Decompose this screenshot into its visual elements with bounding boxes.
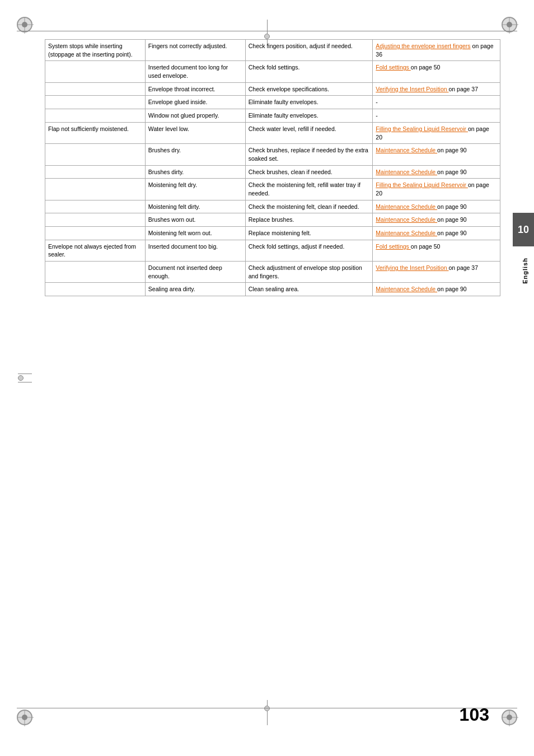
col1-symptom [45,165,146,179]
table-row: Envelope not always ejected from sealer.… [45,240,500,261]
page-border-top [17,31,517,31]
table-row: Moistening felt worn out.Replace moisten… [45,227,500,240]
main-content: System stops while inserting (stoppage a… [45,39,500,700]
col3-action: Replace brushes. [245,213,373,227]
col2-cause: Inserted document too long for used enve… [145,61,245,82]
col2-cause: Brushes dry. [145,144,245,165]
col3-action: Check the moistening felt, refill water … [245,179,373,200]
reference-link[interactable]: Maintenance Schedule [376,147,437,153]
col1-symptom [45,213,146,227]
reference-page: on page 90 [437,147,467,153]
reference-link[interactable]: Verifying the Insert Position [376,264,448,271]
col3-action: Check fold settings. [245,61,373,82]
reference-page: on page 90 [437,203,467,210]
col2-cause: Moistening felt worn out. [145,227,245,240]
col1-symptom [45,144,146,165]
col4-reference[interactable]: Maintenance Schedule on page 90 [373,227,500,240]
reference-page: on page 90 [437,169,467,175]
reference-link[interactable]: Adjusting the envelope insert fingers [376,43,470,49]
reference-page: on page 90 [437,286,467,292]
col3-action: Clean sealing area. [245,283,373,296]
col4-reference[interactable]: Fold settings on page 50 [373,61,500,82]
col2-cause: Fingers not correctly adjusted. [145,40,245,61]
reference-page: on page 50 [411,243,441,250]
table-row: Inserted document too long for used enve… [45,61,500,82]
table-row: Sealing area dirty.Clean sealing area.Ma… [45,283,500,296]
col1-symptom [45,227,146,240]
col1-symptom [45,200,146,213]
reference-link[interactable]: Maintenance Schedule [376,230,437,236]
col4-reference[interactable]: Maintenance Schedule on page 90 [373,283,500,296]
col2-cause: Sealing area dirty. [145,283,245,296]
page-border-bottom [17,708,517,708]
reference-link[interactable]: Maintenance Schedule [376,286,437,292]
reference-link[interactable]: Verifying the Insert Position [376,86,448,92]
col4-reference: - [373,109,500,123]
col2-cause: Window not glued properly. [145,109,245,123]
chapter-number: 10 [518,224,529,236]
col2-cause: Moistening felt dirty. [145,200,245,213]
table-row: Window not glued properly.Eliminate faul… [45,109,500,123]
col3-action: Check adjustment of envelope stop positi… [245,262,373,283]
col4-reference[interactable]: Filling the Sealing Liquid Reservoir on … [373,179,500,200]
reference-page: on page 90 [437,216,467,223]
reference-link[interactable]: Filling the Sealing Liquid Reservoir [376,181,468,188]
col4-reference[interactable]: Maintenance Schedule on page 90 [373,144,500,165]
reference-page: on page 37 [449,264,479,271]
col4-reference[interactable]: Fold settings on page 50 [373,240,500,261]
table-row: Moistening felt dirty.Check the moisteni… [45,200,500,213]
col2-cause: Water level low. [145,122,245,143]
col1-symptom [45,109,146,123]
table-row: System stops while inserting (stoppage a… [45,40,500,61]
reference-page: on page 37 [449,86,479,92]
reference-page: on page 50 [411,64,441,71]
col4-reference[interactable]: Verifying the Insert Position on page 37 [373,262,500,283]
col2-cause: Document not inserted deep enough. [145,262,245,283]
col1-symptom [45,179,146,200]
col2-cause: Moistening felt dry. [145,179,245,200]
col1-symptom [45,262,146,283]
col3-action: Check fold settings, adjust if needed. [245,240,373,261]
col3-action: Check fingers position, adjust if needed… [245,40,373,61]
language-label: English [522,258,528,284]
table-row: Document not inserted deep enough.Check … [45,262,500,283]
col3-action: Check brushes, clean if needed. [245,165,373,179]
reference-link[interactable]: Fold settings [376,243,410,250]
col1-symptom: System stops while inserting (stoppage a… [45,40,146,61]
table-row: Envelope glued inside.Eliminate faulty e… [45,96,500,109]
table-row: Moistening felt dry.Check the moistening… [45,179,500,200]
reference-link[interactable]: Fold settings [376,64,410,71]
reference-page: on page 90 [437,230,467,236]
col4-reference[interactable]: Adjusting the envelope insert fingers on… [373,40,500,61]
reference-link[interactable]: Maintenance Schedule [376,216,437,223]
col1-symptom [45,82,146,96]
col3-action: Check the moistening felt, clean if need… [245,200,373,213]
col4-reference: - [373,96,500,109]
col2-cause: Brushes worn out. [145,213,245,227]
col4-reference[interactable]: Maintenance Schedule on page 90 [373,200,500,213]
col4-reference[interactable]: Maintenance Schedule on page 90 [373,165,500,179]
table-row: Brushes worn out.Replace brushes.Mainten… [45,213,500,227]
reference-link[interactable]: Filling the Sealing Liquid Reservoir [376,125,468,132]
col4-reference[interactable]: Filling the Sealing Liquid Reservoir on … [373,122,500,143]
col1-symptom [45,96,146,109]
col4-reference[interactable]: Maintenance Schedule on page 90 [373,213,500,227]
col1-symptom [45,283,146,296]
col2-cause: Envelope glued inside. [145,96,245,109]
col2-cause: Envelope throat incorrect. [145,82,245,96]
page-number: 103 [460,704,489,725]
col3-action: Check water level, refill if needed. [245,122,373,143]
col3-action: Check brushes, replace if needed by the … [245,144,373,165]
table-row: Brushes dry.Check brushes, replace if ne… [45,144,500,165]
table-row: Brushes dirty.Check brushes, clean if ne… [45,165,500,179]
chapter-tab: 10 [513,213,534,246]
troubleshooting-table: System stops while inserting (stoppage a… [45,39,500,296]
col1-symptom: Flap not sufficiently moistened. [45,122,146,143]
col2-cause: Inserted document too big. [145,240,245,261]
reference-link[interactable]: Maintenance Schedule [376,169,437,175]
col1-symptom [45,61,146,82]
col4-reference[interactable]: Verifying the Insert Position on page 37 [373,82,500,96]
col3-action: Check envelope specifications. [245,82,373,96]
reference-link[interactable]: Maintenance Schedule [376,203,437,210]
col2-cause: Brushes dirty. [145,165,245,179]
